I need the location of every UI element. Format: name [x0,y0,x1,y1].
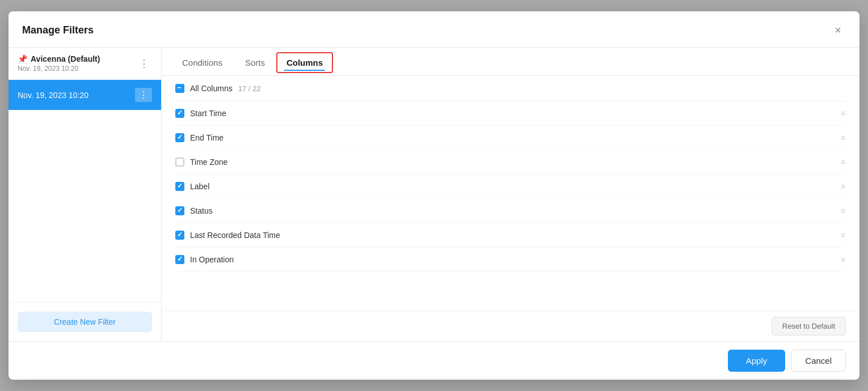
modal-header: Manage Filters × [9,11,859,48]
column-row-left: Status [175,206,213,215]
column-row-left: Label [175,182,209,191]
selected-filter-more-icon[interactable]: ⋮ [135,88,152,102]
column-row-end-time: End Time ≡ [175,126,846,150]
default-filter-item[interactable]: 📌 Avicenna (Default) Nov. 19, 2023 10:20… [9,48,161,80]
pin-icon: 📌 [18,54,27,63]
column-name-in-operation: In Operation [190,255,234,264]
tab-conditions[interactable]: Conditions [171,48,234,75]
column-name-end-time: End Time [190,133,224,142]
column-row-in-operation: In Operation ≡ [175,248,846,272]
column-name-status: Status [190,206,213,215]
cancel-button[interactable]: Cancel [791,350,846,372]
drag-handle-end-time[interactable]: ≡ [841,133,846,142]
column-row-start-time: Start Time ≡ [175,101,846,126]
modal-body: 📌 Avicenna (Default) Nov. 19, 2023 10:20… [9,48,859,341]
column-row-left: Start Time [175,109,226,118]
tab-columns[interactable]: Columns [276,52,333,73]
column-row-left: Time Zone [175,158,227,167]
drag-handle-time-zone[interactable]: ≡ [841,158,846,167]
modal-footer: Apply Cancel [9,341,859,380]
column-row-left: End Time [175,133,224,142]
manage-filters-modal: Manage Filters × 📌 Avicenna (Default) No… [9,11,859,380]
checkbox-in-operation[interactable] [175,255,184,264]
apply-button[interactable]: Apply [728,350,786,372]
checkbox-end-time[interactable] [175,133,184,142]
selected-filter-item[interactable]: Nov. 19, 2023 10:20 ⋮ [9,80,161,110]
sidebar-bottom: Create New Filter [9,302,161,341]
tab-sorts[interactable]: Sorts [234,48,276,75]
column-row-last-recorded: Last Recorded Data Time ≡ [175,223,846,248]
column-name-time-zone: Time Zone [190,158,227,167]
drag-handle-label[interactable]: ≡ [841,182,846,191]
tabs-bar: Conditions Sorts Columns [162,48,859,76]
column-name-last-recorded: Last Recorded Data Time [190,231,280,240]
modal-title: Manage Filters [22,24,94,36]
drag-handle-status[interactable]: ≡ [841,206,846,215]
all-columns-count: 17 / 22 [238,84,261,93]
checkbox-start-time[interactable] [175,109,184,118]
drag-handle-start-time[interactable]: ≡ [841,109,846,118]
checkbox-label[interactable] [175,182,184,191]
modal-overlay: Manage Filters × 📌 Avicenna (Default) No… [0,0,868,391]
column-name-start-time: Start Time [190,109,226,118]
content-footer: Reset to Default [162,311,859,341]
selected-filter-name: Nov. 19, 2023 10:20 [18,91,89,100]
filters-sidebar: 📌 Avicenna (Default) Nov. 19, 2023 10:20… [9,48,162,341]
column-row-time-zone: Time Zone ≡ [175,150,846,175]
checkbox-time-zone[interactable] [175,158,184,167]
columns-list-area: All Columns 17 / 22 Start Time ≡ [162,76,859,311]
drag-handle-in-operation[interactable]: ≡ [841,255,846,264]
column-name-label: Label [190,182,209,191]
drag-handle-last-recorded[interactable]: ≡ [841,231,846,240]
close-button[interactable]: × [830,22,846,39]
all-columns-row: All Columns 17 / 22 [175,76,846,101]
default-filter-date: Nov. 19, 2023 10:20 [18,65,100,73]
all-columns-checkbox[interactable] [175,84,184,93]
column-row-label: Label ≡ [175,175,846,199]
column-row-left: In Operation [175,255,234,264]
default-filter-name: 📌 Avicenna (Default) [18,54,100,63]
reset-to-default-button[interactable]: Reset to Default [772,317,846,335]
content-area: Conditions Sorts Columns All Columns 17 … [162,48,859,341]
create-new-filter-button[interactable]: Create New Filter [18,312,152,332]
checkbox-last-recorded[interactable] [175,231,184,240]
checkbox-status[interactable] [175,206,184,215]
default-filter-info: 📌 Avicenna (Default) Nov. 19, 2023 10:20 [18,54,100,73]
column-row-status: Status ≡ [175,199,846,223]
default-filter-more-icon[interactable]: ⋮ [137,55,152,72]
column-row-left: Last Recorded Data Time [175,231,280,240]
all-columns-label: All Columns [190,84,233,93]
